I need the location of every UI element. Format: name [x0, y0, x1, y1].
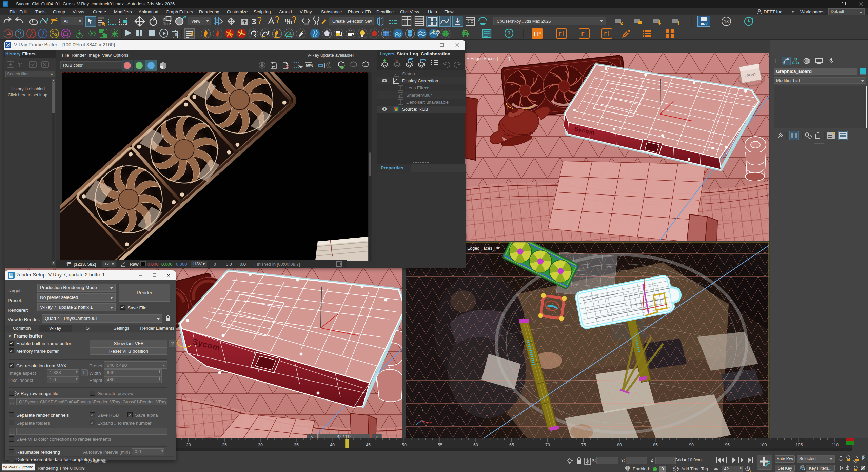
svg-text:100: 100 [760, 443, 767, 447]
svg-text:C:\Users\koy...3ds Max 2026: C:\Users\koy...3ds Max 2026 [497, 19, 551, 24]
svg-text:50: 50 [402, 443, 407, 447]
svg-text:All: All [64, 19, 68, 24]
svg-text:?: ? [435, 29, 440, 38]
svg-text:F: F [581, 31, 584, 37]
svg-text:50%: 50% [306, 63, 313, 67]
svg-text:20: 20 [186, 443, 191, 447]
svg-text:13: 13 [724, 19, 729, 24]
svg-text:90: 90 [689, 443, 694, 447]
svg-text:3: 3 [252, 17, 256, 26]
svg-text:25: 25 [222, 443, 227, 447]
svg-text:65: 65 [509, 443, 514, 447]
svg-text:40: 40 [330, 443, 335, 447]
svg-text:F: F [604, 31, 607, 37]
svg-text:F: F [558, 31, 561, 37]
svg-text:80: 80 [617, 443, 622, 447]
svg-text:70: 70 [545, 443, 550, 447]
svg-text:3: 3 [4, 2, 6, 6]
svg-text:+ Edged Faces ]: + Edged Faces ] [467, 56, 498, 61]
svg-text:95: 95 [725, 443, 730, 447]
svg-text:%: % [285, 17, 292, 26]
svg-text:FP: FP [534, 31, 541, 37]
svg-text:45: 45 [366, 443, 371, 447]
svg-text:85: 85 [653, 443, 658, 447]
svg-text:y: y [422, 408, 423, 411]
svg-text:x: x [430, 421, 432, 425]
svg-text:35: 35 [294, 443, 299, 447]
svg-text:55: 55 [438, 443, 442, 447]
svg-text:60: 60 [473, 443, 478, 447]
svg-text:75: 75 [581, 443, 586, 447]
svg-text:Create Selection Se: Create Selection Se [332, 19, 370, 24]
svg-text:105: 105 [796, 443, 803, 447]
svg-text:30: 30 [258, 443, 263, 447]
svg-text:View: View [191, 19, 201, 24]
svg-text:?: ? [507, 30, 511, 36]
svg-text:110: 110 [832, 443, 839, 447]
